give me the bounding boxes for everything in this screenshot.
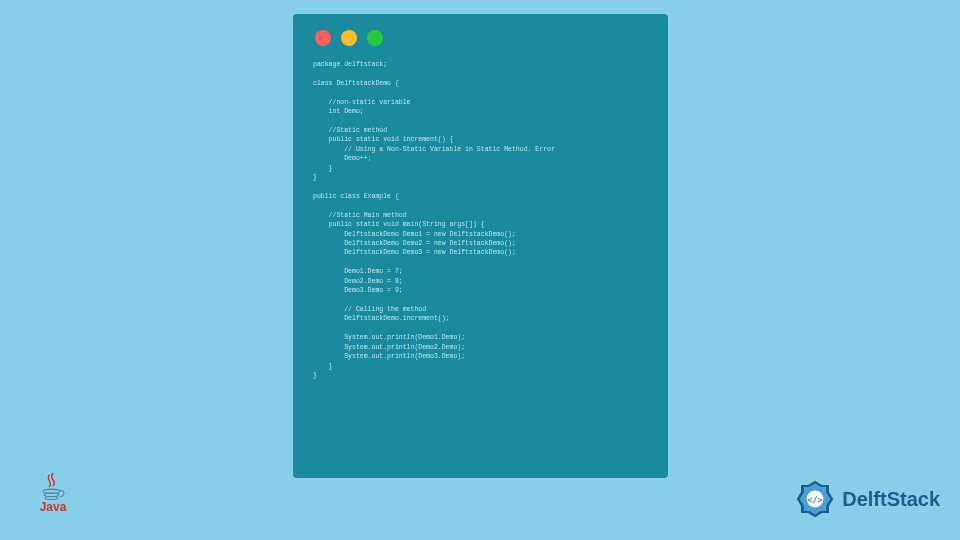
svg-text:</>: </> xyxy=(808,495,823,505)
code-window: package delftstack; class DelftstackDemo… xyxy=(293,14,668,478)
code-block: package delftstack; class DelftstackDemo… xyxy=(313,60,648,380)
delftstack-label: DelftStack xyxy=(842,488,940,511)
window-controls xyxy=(315,30,648,46)
svg-point-2 xyxy=(45,496,57,499)
delftstack-badge-icon: </> xyxy=(794,478,836,520)
minimize-icon[interactable] xyxy=(341,30,357,46)
java-logo: Java xyxy=(28,470,78,530)
delftstack-logo: </> DelftStack xyxy=(794,478,940,520)
java-label: Java xyxy=(40,500,67,514)
maximize-icon[interactable] xyxy=(367,30,383,46)
java-cup-icon xyxy=(40,470,66,502)
close-icon[interactable] xyxy=(315,30,331,46)
